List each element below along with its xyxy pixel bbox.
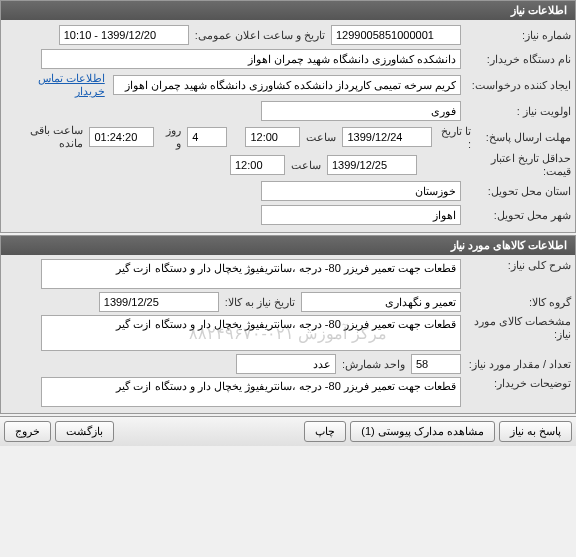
- deadline-time-input[interactable]: [245, 127, 300, 147]
- validity-time-input[interactable]: [230, 155, 285, 175]
- qty-input[interactable]: [411, 354, 461, 374]
- unit-input[interactable]: [236, 354, 336, 374]
- spec-textarea[interactable]: [41, 315, 461, 351]
- goods-info-panel: اطلاعات کالاهای مورد نیاز شرح کلی نیاز: …: [0, 235, 576, 414]
- print-button-label: چاپ: [315, 425, 335, 438]
- priority-label: اولویت نیاز :: [461, 105, 571, 118]
- request-no-label: شماره نیاز:: [461, 29, 571, 42]
- remaining-time-input[interactable]: [89, 127, 154, 147]
- buyer-label: نام دستگاه خریدار:: [461, 53, 571, 66]
- request-no-input[interactable]: [331, 25, 461, 45]
- province-input[interactable]: [261, 181, 461, 201]
- reply-button-label: پاسخ به نیاز: [510, 425, 561, 438]
- view-attachments-button[interactable]: مشاهده مدارک پیوستی (1): [350, 421, 495, 442]
- goods-group-label: گروه کالا:: [461, 296, 571, 309]
- validity-label: حداقل تاریخ اعتبار قیمت:: [461, 152, 571, 178]
- need-date-label: تاریخ نیاز به کالا:: [219, 296, 301, 309]
- buyer-input[interactable]: [41, 49, 461, 69]
- remaining-hours-label: ساعت باقی مانده: [5, 124, 89, 150]
- spec-label: مشخصات کالای مورد نیاز:: [461, 315, 571, 341]
- print-button[interactable]: چاپ: [304, 421, 346, 442]
- validity-date-input[interactable]: [327, 155, 417, 175]
- spec-row-watermark: مشخصات کالای مورد نیاز:: [5, 315, 571, 351]
- general-desc-textarea[interactable]: [41, 259, 461, 289]
- goods-group-input[interactable]: [301, 292, 461, 312]
- requirement-info-panel: اطلاعات نیاز شماره نیاز: تاریخ و ساعت اع…: [0, 0, 576, 233]
- city-label: شهر محل تحویل:: [461, 209, 571, 222]
- public-datetime-label: تاریخ و ساعت اعلان عمومی:: [189, 29, 331, 42]
- days-and-label: روز و: [154, 124, 187, 150]
- view-attachments-label: مشاهده مدارک پیوستی (1): [361, 425, 484, 438]
- public-datetime-input[interactable]: [59, 25, 189, 45]
- goods-info-header: اطلاعات کالاهای مورد نیاز: [1, 236, 575, 255]
- reply-button[interactable]: پاسخ به نیاز: [499, 421, 572, 442]
- buyer-notes-label: توضیحات خریدار:: [461, 377, 571, 390]
- city-input[interactable]: [261, 205, 461, 225]
- deadline-date-input[interactable]: [342, 127, 432, 147]
- deadline-hour-label: ساعت: [300, 131, 342, 144]
- deadline-until-label: تا تاریخ :: [432, 125, 471, 150]
- general-desc-label: شرح کلی نیاز:: [461, 259, 571, 272]
- deadline-label: مهلت ارسال پاسخ:: [471, 131, 571, 144]
- creator-input[interactable]: [113, 75, 462, 95]
- days-remaining-input[interactable]: [187, 127, 227, 147]
- buyer-notes-textarea[interactable]: [41, 377, 461, 407]
- footer-toolbar: پاسخ به نیاز مشاهده مدارک پیوستی (1) چاپ…: [0, 416, 576, 446]
- exit-button-label: خروج: [15, 425, 40, 438]
- need-date-input[interactable]: [99, 292, 219, 312]
- creator-label: ایجاد کننده درخواست:: [461, 79, 571, 92]
- unit-label: واحد شمارش:: [336, 358, 411, 371]
- requirement-info-header: اطلاعات نیاز: [1, 1, 575, 20]
- exit-button[interactable]: خروج: [4, 421, 51, 442]
- back-button[interactable]: بازگشت: [55, 421, 114, 442]
- qty-label: تعداد / مقدار مورد نیاز:: [461, 358, 571, 371]
- back-button-label: بازگشت: [66, 425, 103, 438]
- province-label: استان محل تحویل:: [461, 185, 571, 198]
- validity-hour-label: ساعت: [285, 159, 327, 172]
- buyer-contact-link[interactable]: اطلاعات تماس خریدار: [5, 72, 113, 98]
- priority-input[interactable]: [261, 101, 461, 121]
